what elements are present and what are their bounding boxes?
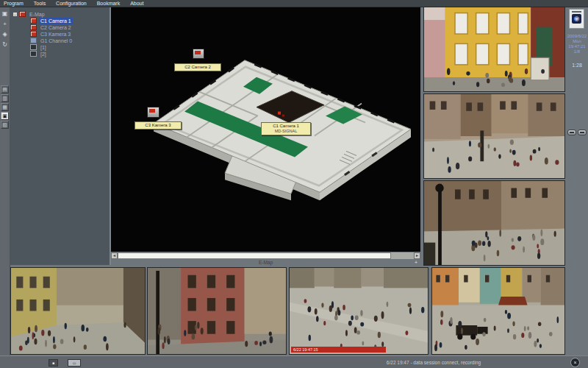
monitor-icon: [30, 44, 37, 50]
camera-feed-bottom-4[interactable]: [431, 267, 565, 355]
eye-logo-icon: ◉: [572, 14, 581, 24]
menu-bookmark[interactable]: Bookmark: [93, 0, 125, 7]
scroll-right-icon[interactable]: ►: [414, 252, 420, 259]
app-window: Program Tools Configuration Bookmark Abo…: [0, 0, 588, 368]
camera-feed-right-2[interactable]: [423, 93, 565, 179]
camera-image: [432, 268, 564, 354]
emap-root-icon: [19, 11, 26, 17]
layout-button-1[interactable]: ▤: [1, 85, 9, 93]
menu-tools[interactable]: Tools: [29, 0, 50, 7]
tree-item-camera3[interactable]: C3 Kamera 3: [30, 30, 72, 37]
camera-icon: [30, 31, 37, 37]
tree-root-emap[interactable]: -E-Map: [12, 10, 46, 17]
status-bar: ■ ▭ 6/22 19:47 - data session connect, r…: [0, 355, 588, 368]
layout-button-3[interactable]: ▦: [1, 103, 9, 111]
menu-program[interactable]: Program: [0, 0, 28, 7]
camera-image: [424, 181, 564, 265]
camera-image: [11, 268, 145, 354]
label-subtext: MD-SIGNAL: [262, 129, 310, 134]
page-indicator: 1:28: [566, 63, 588, 68]
camera-image: [424, 94, 564, 178]
stop-button[interactable]: ■: [49, 359, 58, 367]
tree-item-monitor2[interactable]: [2]: [30, 50, 48, 57]
camera-feed-right-1[interactable]: [423, 7, 565, 92]
camera-feed-bottom-2[interactable]: [147, 267, 287, 355]
select-tool-icon[interactable]: ▣: [1, 10, 9, 18]
panel-toggle-button[interactable]: ▭: [68, 359, 81, 367]
left-toolbar: ▣ + ◈ ↻ ▤ ▥ ▦ ▣ ▧: [0, 7, 10, 355]
knob-slot: [570, 132, 574, 133]
label-text: C1 Camera 1: [262, 124, 310, 129]
camera-icon: [30, 24, 37, 30]
rotate-view-icon[interactable]: ↻: [1, 40, 9, 49]
map-caption-strip: E-Map +: [111, 259, 420, 266]
right-control-strip: ◉ 2009/6/22 Mon 19:47:21 1/8 1:28: [566, 7, 588, 355]
camera-feed-bottom-3[interactable]: 6/22 19:47:15: [289, 267, 429, 355]
info-line-channel: 1/8: [566, 49, 588, 54]
camera-image: [290, 268, 428, 354]
camera-feed-bottom-1[interactable]: [10, 267, 146, 355]
prev-page-button[interactable]: [567, 130, 576, 135]
logo-text: [572, 11, 581, 13]
close-icon: ×: [573, 360, 576, 365]
camera-marker-c2[interactable]: [193, 49, 204, 59]
tree-item-camera2[interactable]: C2 Camera 2: [30, 24, 73, 30]
map-hscrollbar[interactable]: ◄ ►: [111, 252, 420, 259]
tree-item-label: [2]: [39, 51, 48, 57]
tree-item-channel0[interactable]: G1 Channel 0: [30, 37, 74, 43]
info-line-day: Mon: [566, 39, 588, 44]
status-message: 6/22 19:47 - data session connect, recor…: [345, 360, 522, 365]
map-caption: E-Map: [259, 260, 273, 265]
camera-image: [424, 7, 564, 91]
add-map-icon[interactable]: +: [415, 259, 417, 266]
info-line-date: 2009/6/22: [566, 34, 588, 39]
layout-button-5[interactable]: ▧: [1, 121, 9, 129]
menu-configuration[interactable]: Configuration: [51, 0, 91, 7]
emap-view[interactable]: C2 Camera 2 C3 Kamera 3 C1 Camera 1 MD-S…: [111, 7, 420, 252]
label-text: C2 Camera 2: [184, 65, 211, 69]
event-banner-text: 6/22 19:47:15: [293, 347, 318, 352]
zoom-in-icon[interactable]: +: [1, 20, 9, 28]
scroll-left-icon[interactable]: ◄: [111, 252, 118, 259]
camera-icon: [30, 18, 37, 24]
menu-about[interactable]: About: [126, 0, 148, 7]
hscroll-thumb[interactable]: [118, 252, 391, 259]
map-label-c2[interactable]: C2 Camera 2: [174, 63, 221, 71]
map-label-c1[interactable]: C1 Camera 1 MD-SIGNAL: [261, 122, 311, 135]
event-banner: 6/22 19:47:15: [291, 347, 386, 353]
tree-item-camera1[interactable]: C1 Camera 1: [30, 17, 73, 24]
camera-marker-c3[interactable]: [147, 107, 159, 118]
camera-image: [148, 268, 286, 354]
stop-icon: ■: [52, 361, 54, 365]
emap-tree-panel: -E-Map C1 Camera 1 C2 Camera 2 C3 Kamera…: [10, 7, 110, 265]
knob-slot: [580, 132, 584, 133]
camera-lens: [149, 109, 155, 113]
info-line-time: 19:47:21: [566, 44, 588, 49]
tree-expander-icon[interactable]: -: [12, 12, 18, 17]
pan-icon[interactable]: ◈: [1, 30, 9, 38]
next-page-button[interactable]: [578, 130, 587, 135]
map-label-c3[interactable]: C3 Kamera 3: [135, 121, 182, 130]
camera-lens: [195, 51, 201, 54]
layout-button-2[interactable]: ▥: [1, 94, 9, 102]
brand-logo: ◉: [569, 9, 584, 29]
camera-feed-right-3[interactable]: [423, 180, 565, 266]
monitor-icon: [30, 51, 37, 57]
layout-button-4-selected[interactable]: ▣: [1, 112, 9, 120]
label-text: C3 Kamera 3: [145, 123, 171, 127]
panel-icon: ▭: [73, 361, 76, 365]
tree-item-monitor1[interactable]: [1]: [30, 43, 48, 50]
channel-icon: [30, 38, 37, 43]
close-button[interactable]: ×: [570, 358, 580, 367]
